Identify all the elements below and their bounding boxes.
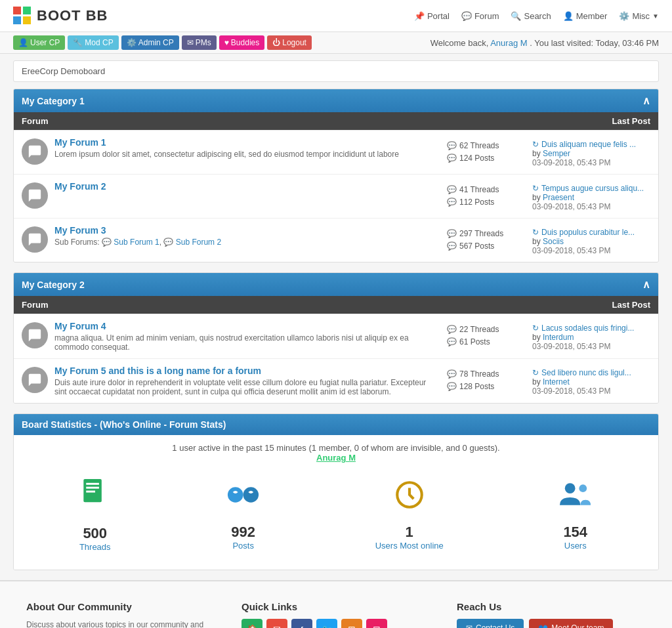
ql-facebook-link[interactable]: f (291, 619, 312, 628)
online-label: Users Most online (375, 541, 444, 551)
svg-point-8 (579, 484, 587, 492)
nav-misc[interactable]: ⚙️ Misc ▼ (619, 11, 659, 21)
logo-sq-blue (13, 16, 21, 24)
forum-1-desc: Lorem ipsum dolor sit amet, consectetur … (54, 150, 440, 159)
pms-button[interactable]: ✉ PMs (182, 35, 217, 50)
footer-main: About Our Community Discuss about variou… (0, 580, 672, 628)
forum-1-last-by-link[interactable]: Semper (543, 149, 570, 158)
ql-twitter-link[interactable]: 🐦 (316, 619, 337, 628)
forum-5-last-by-link[interactable]: Internet (543, 377, 570, 387)
forum-icon-2 (22, 182, 48, 209)
forum-table-header-1: Forum Last Post (14, 112, 658, 130)
forum-3-title[interactable]: My Forum 3 (54, 225, 106, 236)
forum-5-stats: 💬 78 Threads 💬 128 Posts (447, 366, 526, 393)
category-1-collapse[interactable]: ∧ (642, 94, 650, 107)
footer-reach: Reach Us ✉ Contact Us 👥 Meet Our team (457, 601, 646, 628)
threads-count: 500 (79, 525, 112, 542)
category-2-collapse[interactable]: ∧ (642, 278, 650, 291)
stat-posts: 992 Posts (225, 478, 261, 551)
user-cp-button[interactable]: 👤 User CP (13, 35, 65, 50)
logo-sq-red (13, 7, 21, 14)
users-count: 154 (557, 524, 593, 541)
forum-1-title[interactable]: My Forum 1 (54, 137, 106, 148)
forum-1-stats: 💬 62 Threads 💬 124 Posts (447, 137, 526, 165)
footer-quicklinks-title: Quick Links (242, 601, 430, 612)
logout-button[interactable]: ⏻ Logout (267, 35, 312, 50)
nav-portal[interactable]: 📌 Portal (414, 11, 450, 21)
forum-1-last-post: ↻ Duis aliquam neque felis ... by Semper… (532, 137, 650, 167)
users-icon (557, 478, 593, 518)
forum-4-title[interactable]: My Forum 4 (54, 321, 106, 331)
forum-5-title[interactable]: My Forum 5 and this is a long name for a… (54, 366, 261, 376)
top-nav: 📌 Portal 💬 Forum 🔍 Search 👤 Member ⚙️ Mi… (414, 11, 659, 21)
category-1-block: My Category 1 ∧ Forum Last Post My Forum… (13, 89, 659, 262)
svg-rect-2 (86, 487, 99, 489)
forum-4-stats: 💬 22 Threads 💬 61 Posts (447, 321, 526, 348)
online-text: 1 user active in the past 15 minutes (1 … (22, 443, 650, 463)
svg-point-5 (243, 487, 259, 503)
forum-5-desc: Duis aute irure dolor in reprehenderit i… (54, 378, 440, 396)
subforum-1-link[interactable]: Sub Forum 1 (114, 238, 159, 247)
forum-2-last-by-link[interactable]: Praesent (543, 193, 574, 202)
forum-2-title[interactable]: My Forum 2 (54, 181, 106, 192)
forum-info-1: My Forum 1 Lorem ipsum dolor sit amet, c… (54, 137, 440, 159)
forum-row-2: My Forum 2 💬 41 Threads 💬 112 Posts ↻ Te… (14, 174, 658, 218)
top-header: BOOT BB 📌 Portal 💬 Forum 🔍 Search 👤 Memb… (0, 0, 672, 32)
nav-search[interactable]: 🔍 Search (511, 11, 551, 21)
threads-label: Threads (79, 542, 112, 552)
ql-other-link[interactable]: ⊟ (366, 619, 387, 628)
logo-icon (13, 7, 32, 25)
users-label: Users (557, 541, 593, 551)
forum-4-desc: magna aliqua. Ut enim ad minim veniam, q… (54, 333, 440, 352)
buddies-button[interactable]: ♥ Buddies (219, 35, 265, 50)
forum-2-last-title-link[interactable]: Tempus augue cursus aliqu... (541, 184, 644, 193)
contact-us-button[interactable]: ✉ Contact Us (457, 619, 524, 628)
footer-about-title: About Our Community (26, 601, 215, 612)
forum-4-last-by-link[interactable]: Interdum (543, 333, 574, 342)
nav-forum[interactable]: 💬 Forum (461, 11, 499, 21)
logo-text: BOOT BB (37, 7, 108, 24)
threads-icon (79, 476, 112, 520)
forum-info-4: My Forum 4 magna aliqua. Ut enim ad mini… (54, 321, 440, 352)
footer-reach-title: Reach Us (457, 601, 646, 612)
forum-4-last-title-link[interactable]: Lacus sodales quis fringi... (541, 324, 634, 333)
mod-cp-button[interactable]: 🔧 Mod CP (68, 35, 118, 50)
forum-info-2: My Forum 2 (54, 181, 440, 194)
ql-home-link[interactable]: 🏠 (242, 619, 262, 628)
forum-3-sub: Sub Forums: 💬 Sub Forum 1, 💬 Sub Forum 2 (54, 238, 440, 247)
forum-row-5: My Forum 5 and this is a long name for a… (14, 358, 658, 403)
stats-icons-row: 500 Threads 992 Posts 1 Users Most onlin… (22, 467, 650, 562)
forum-3-last-by-link[interactable]: Sociis (543, 237, 564, 246)
footer-about-text: Discuss about various topics in our comm… (26, 619, 215, 628)
board-stats-body: 1 user active in the past 15 minutes (1 … (14, 435, 658, 570)
board-stats-block: Board Statistics - (Who's Online - Forum… (13, 413, 659, 570)
forum-info-5: My Forum 5 and this is a long name for a… (54, 366, 440, 396)
forum-info-3: My Forum 3 Sub Forums: 💬 Sub Forum 1, 💬 … (54, 225, 440, 247)
online-icon (375, 478, 444, 518)
username-link[interactable]: Anurag M (490, 38, 527, 48)
online-user-link[interactable]: Anurag M (316, 453, 356, 463)
category-2-block: My Category 2 ∧ Forum Last Post My Forum… (13, 272, 659, 404)
admin-cp-button[interactable]: ⚙️ Admin CP (121, 35, 179, 50)
forum-1-last-title-link[interactable]: Duis aliquam neque felis ... (541, 140, 636, 149)
subforum-2-link[interactable]: Sub Forum 2 (176, 238, 221, 247)
nav-member[interactable]: 👤 Member (563, 11, 608, 21)
forum-row-4: My Forum 4 magna aliqua. Ut enim ad mini… (14, 314, 658, 358)
quicklinks-icons: 🏠 ✉ f 🐦 ⊞ ⊟ (242, 619, 430, 628)
meet-team-button[interactable]: 👥 Meet Our team (529, 619, 613, 628)
welcome-text: Welcome back, Anurag M . You last visite… (430, 38, 659, 48)
forum-icon-4 (22, 322, 48, 348)
board-stats-header: Board Statistics - (Who's Online - Forum… (14, 414, 658, 435)
admin-bar: 👤 User CP 🔧 Mod CP ⚙️ Admin CP ✉ PMs ♥ B… (0, 32, 672, 54)
forum-2-stats: 💬 41 Threads 💬 112 Posts (447, 181, 526, 209)
forum-row-3: My Forum 3 Sub Forums: 💬 Sub Forum 1, 💬 … (14, 218, 658, 262)
forum-5-last-post: ↻ Sed libero nunc dis ligul... by Intern… (532, 366, 650, 396)
svg-rect-1 (86, 483, 99, 485)
forum-5-last-title-link[interactable]: Sed libero nunc dis ligul... (541, 368, 631, 377)
ql-rss-link[interactable]: ⊞ (341, 619, 362, 628)
posts-label: Posts (225, 541, 261, 551)
forum-3-stats: 💬 297 Threads 💬 567 Posts (447, 225, 526, 253)
ql-mail-link[interactable]: ✉ (266, 619, 287, 628)
forum-3-last-title-link[interactable]: Duis populus curabitur le... (541, 228, 635, 237)
category-2-header: My Category 2 ∧ (14, 273, 658, 296)
